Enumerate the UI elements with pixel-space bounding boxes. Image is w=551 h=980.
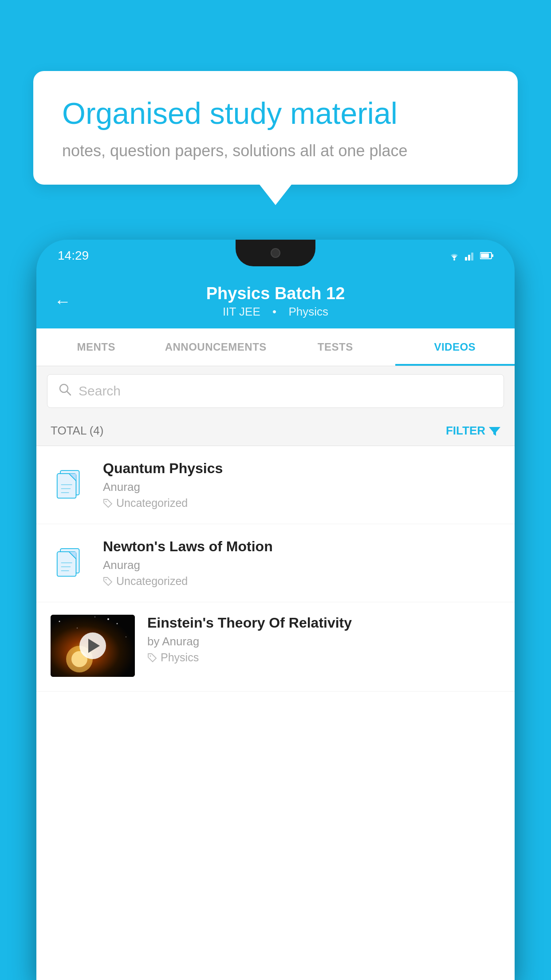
video-info: Quantum Physics Anurag Uncategorized xyxy=(103,460,500,510)
svg-marker-9 xyxy=(489,427,500,436)
wifi-icon xyxy=(448,251,460,261)
list-item[interactable]: Newton's Laws of Motion Anurag Uncategor… xyxy=(36,524,515,602)
svg-rect-5 xyxy=(481,253,489,258)
video-title: Newton's Laws of Motion xyxy=(103,538,500,555)
svg-point-0 xyxy=(453,259,455,261)
play-button[interactable] xyxy=(79,632,106,659)
svg-rect-6 xyxy=(492,254,493,257)
video-info: Einstein's Theory Of Relativity by Anura… xyxy=(147,615,500,664)
svg-point-26 xyxy=(77,628,78,628)
svg-line-8 xyxy=(67,391,71,395)
file-icon xyxy=(51,543,91,583)
play-triangle-icon xyxy=(88,639,100,653)
video-title: Quantum Physics xyxy=(103,460,500,477)
svg-point-27 xyxy=(117,623,118,624)
svg-point-23 xyxy=(106,579,107,580)
svg-rect-2 xyxy=(468,255,470,261)
tag-icon xyxy=(103,577,113,586)
status-icons xyxy=(448,251,493,261)
video-title: Einstein's Theory Of Relativity xyxy=(147,615,500,631)
search-icon xyxy=(58,383,71,399)
total-count: TOTAL (4) xyxy=(51,424,103,438)
tag-iitjee: IIT JEE xyxy=(223,305,260,318)
app-content: ← Physics Batch 12 IIT JEE • Physics MEN… xyxy=(36,272,515,980)
tag-label: Physics xyxy=(161,651,199,664)
header-title: Physics Batch 12 IIT JEE • Physics xyxy=(54,284,497,319)
video-author: by Anurag xyxy=(147,635,500,648)
list-item[interactable]: Quantum Physics Anurag Uncategorized xyxy=(36,446,515,524)
search-placeholder-text: Search xyxy=(79,383,121,399)
search-bar-container: Search xyxy=(36,366,515,416)
phone-frame: 14:29 xyxy=(36,240,515,980)
signal-icon xyxy=(465,251,476,261)
video-author: Anurag xyxy=(103,558,500,572)
filter-label: FILTER xyxy=(446,424,485,438)
filter-bar: TOTAL (4) FILTER xyxy=(36,416,515,446)
svg-point-25 xyxy=(59,621,60,622)
svg-point-29 xyxy=(107,618,109,620)
filter-button[interactable]: FILTER xyxy=(446,424,500,438)
video-info: Newton's Laws of Motion Anurag Uncategor… xyxy=(103,538,500,588)
video-author: Anurag xyxy=(103,480,500,494)
tag-icon xyxy=(103,498,113,508)
batch-name: Physics Batch 12 xyxy=(54,284,497,303)
video-tag: Physics xyxy=(147,651,500,664)
tab-videos[interactable]: VIDEOS xyxy=(395,328,515,366)
tag-separator: • xyxy=(272,305,279,318)
status-bar: 14:29 xyxy=(36,240,515,272)
camera xyxy=(271,248,280,258)
tab-announcements[interactable]: ANNOUNCEMENTS xyxy=(156,328,276,366)
speech-bubble: Organised study material notes, question… xyxy=(33,71,518,185)
video-list: Quantum Physics Anurag Uncategorized xyxy=(36,446,515,692)
battery-icon xyxy=(480,252,493,260)
video-tag: Uncategorized xyxy=(103,575,500,588)
notch xyxy=(236,240,315,266)
app-header: ← Physics Batch 12 IIT JEE • Physics xyxy=(36,272,515,328)
svg-point-30 xyxy=(94,616,95,617)
tag-physics: Physics xyxy=(288,305,328,318)
tag-icon xyxy=(147,653,157,663)
video-thumbnail xyxy=(51,615,135,677)
svg-rect-3 xyxy=(471,253,473,261)
tab-ments[interactable]: MENTS xyxy=(36,328,156,366)
status-time: 14:29 xyxy=(58,249,89,263)
list-item[interactable]: Einstein's Theory Of Relativity by Anura… xyxy=(36,602,515,692)
batch-tags: IIT JEE • Physics xyxy=(54,305,497,319)
tag-label: Uncategorized xyxy=(116,575,188,588)
bubble-title: Organised study material xyxy=(62,95,489,132)
video-tag: Uncategorized xyxy=(103,497,500,510)
tag-label: Uncategorized xyxy=(116,497,188,510)
bubble-subtitle: notes, question papers, solutions all at… xyxy=(62,142,489,160)
tab-tests[interactable]: TESTS xyxy=(276,328,395,366)
svg-point-28 xyxy=(126,636,126,637)
tabs: MENTS ANNOUNCEMENTS TESTS VIDEOS xyxy=(36,328,515,366)
svg-point-33 xyxy=(150,655,151,656)
svg-point-16 xyxy=(106,501,107,502)
filter-icon xyxy=(489,425,500,437)
search-input[interactable]: Search xyxy=(47,374,504,408)
file-icon xyxy=(51,465,91,505)
svg-rect-1 xyxy=(465,257,467,261)
